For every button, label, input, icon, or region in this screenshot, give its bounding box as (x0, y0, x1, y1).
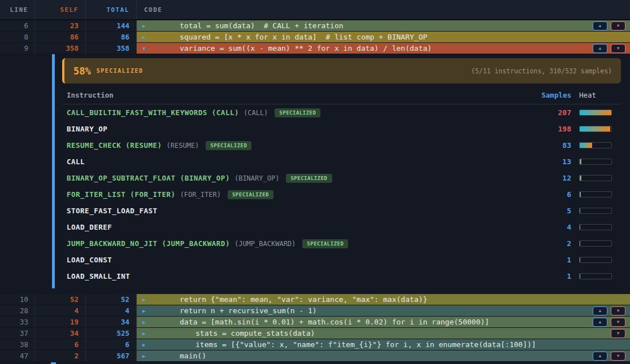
total-sample-count: 86 (86, 32, 137, 43)
code-line-row[interactable]: 9358358▼variance = sum((x - mean) ** 2 f… (0, 43, 630, 54)
code-cell[interactable]: ▶total = sum(data) # CALL + iteration▲▼ (137, 20, 630, 32)
instruction-row: BINARY_OP198 (62, 121, 621, 137)
heat-bar-fill (580, 225, 580, 230)
code-text: total = sum(data) # CALL + iteration (180, 21, 344, 30)
heat-cell (571, 126, 621, 132)
sample-count: 207 (526, 108, 571, 117)
code-line-row[interactable]: 623144▶total = sum(data) # CALL + iterat… (0, 20, 630, 32)
jump-down-button[interactable]: ▼ (611, 21, 625, 30)
row-nav-buttons: ▲▼ (593, 21, 625, 30)
code-text: variance = sum((x - mean) ** 2 for x in … (180, 44, 432, 52)
column-header-samples[interactable]: Samples (526, 91, 571, 99)
heat-bar (579, 159, 612, 165)
jump-up-button[interactable]: ▲ (593, 318, 607, 327)
expand-arrow-icon[interactable]: ▶ (142, 297, 150, 302)
up-arrow-icon: ▲ (598, 309, 602, 313)
instruction-name: RESUME_CHECK (RESUME) (67, 141, 162, 150)
code-cell[interactable]: ▶main()▲▼ (137, 350, 630, 362)
column-header-self[interactable]: SELF (35, 0, 86, 19)
heat-bar (579, 224, 612, 230)
instruction-name: LOAD_DEREF (67, 223, 112, 231)
jump-down-button[interactable]: ▼ (611, 352, 625, 361)
instruction-name-cell: LOAD_CONST (62, 256, 526, 264)
expand-arrow-icon[interactable]: ▶ (142, 23, 150, 29)
heat-cell (571, 109, 621, 116)
jump-down-button[interactable]: ▼ (611, 318, 625, 327)
code-cell[interactable]: ▶return {"mean": mean, "var": variance, … (137, 294, 630, 305)
jump-down-button[interactable]: ▼ (611, 44, 625, 53)
code-line-row[interactable]: 88686▶squared = [x * x for x in data] # … (0, 32, 630, 43)
code-line-row[interactable]: 3866▶items = [{"value": x, "name": f"ite… (0, 339, 630, 350)
column-header-total[interactable]: TOTAL (86, 0, 137, 19)
instruction-name: CALL (67, 157, 85, 166)
down-arrow-icon: ▼ (616, 331, 620, 336)
down-arrow-icon: ▼ (616, 24, 620, 28)
code-text: items = [{"value": x, "name": f"item_{i}… (195, 340, 536, 349)
jump-up-button[interactable]: ▲ (593, 44, 607, 53)
code-line-row[interactable]: 2844▶return n + recursive_sum(n - 1)▲▼ (0, 305, 630, 317)
panel-left-accent-line (52, 54, 55, 288)
expand-arrow-icon[interactable]: ▶ (142, 342, 150, 348)
code-cell[interactable]: ▶return n + recursive_sum(n - 1)▲▼ (137, 305, 630, 317)
jump-up-button[interactable]: ▲ (593, 306, 607, 315)
column-header-line[interactable]: LINE (0, 0, 35, 19)
code-text: data = [math.sin(i * 0.01) + math.cos(i … (180, 318, 489, 326)
sample-count: 6 (526, 190, 571, 199)
self-sample-count: 23 (35, 20, 86, 32)
heat-bar-fill (580, 208, 580, 213)
row-nav-buttons: ▼ (611, 329, 625, 338)
code-line-row[interactable]: 3734525▶stats = compute_stats(data)▼ (0, 328, 630, 339)
expand-arrow-icon[interactable]: ▶ (142, 308, 150, 314)
code-line-row[interactable]: 331934▶data = [math.sin(i * 0.01) + math… (0, 317, 630, 328)
instruction-name-cell: STORE_FAST_LOAD_FAST (62, 207, 526, 215)
code-cell[interactable]: ▶stats = compute_stats(data)▼ (137, 328, 630, 339)
sample-count: 83 (526, 141, 571, 150)
line-number: 8 (0, 32, 35, 43)
table-header: LINE SELF TOTAL CODE (0, 0, 630, 20)
code-cell[interactable]: ▶squared = [x * x for x in data] # list … (137, 32, 630, 43)
row-nav-buttons: ▲▼ (593, 44, 625, 53)
instruction-base-name: (FOR_ITER) (180, 191, 221, 199)
code-line-row[interactable]: 105252▶return {"mean": mean, "var": vari… (0, 294, 630, 305)
line-number: 9 (0, 43, 35, 54)
jump-up-button[interactable]: ▲ (593, 352, 607, 361)
total-sample-count: 525 (86, 328, 137, 339)
line-detail-panel: 58% SPECIALIZED (5/11 instructions, 310/… (0, 54, 630, 294)
total-sample-count: 144 (86, 20, 137, 32)
code-cell[interactable]: ▼variance = sum((x - mean) ** 2 for x in… (137, 43, 630, 54)
jump-down-button[interactable]: ▼ (611, 329, 625, 338)
instruction-name: STORE_FAST_LOAD_FAST (67, 207, 158, 215)
jump-up-button[interactable]: ▲ (593, 21, 607, 30)
expand-arrow-icon[interactable]: ▶ (142, 331, 150, 336)
heat-bar (579, 175, 612, 181)
expand-arrow-icon[interactable]: ▶ (142, 34, 150, 40)
jump-down-button[interactable]: ▼ (611, 306, 625, 315)
heat-cell (571, 257, 621, 263)
line-number: 10 (0, 294, 35, 305)
self-sample-count: 34 (35, 328, 86, 339)
code-line-row[interactable]: 472567▶main()▲▼ (0, 350, 630, 362)
instruction-row: LOAD_CONST1 (62, 252, 621, 268)
instruction-name-cell: BINARY_OP_SUBTRACT_FLOAT (BINARY_OP)(BIN… (62, 174, 526, 183)
line-number: 33 (0, 317, 35, 328)
sample-count: 13 (526, 157, 571, 166)
column-header-heat[interactable]: Heat (571, 91, 621, 99)
column-header-code[interactable]: CODE (137, 0, 630, 19)
expand-arrow-icon[interactable]: ▶ (142, 319, 150, 325)
specialized-badge: SPECIALIZED (286, 174, 332, 183)
self-sample-count: 358 (35, 43, 86, 54)
collapse-arrow-icon[interactable]: ▼ (142, 46, 150, 51)
instruction-base-name: (CALL) (244, 109, 268, 117)
column-header-instruction[interactable]: Instruction (62, 91, 526, 99)
self-sample-count: 86 (35, 32, 86, 43)
expand-arrow-icon[interactable]: ▶ (142, 353, 150, 359)
code-cell[interactable]: ▶items = [{"value": x, "name": f"item_{i… (137, 339, 630, 350)
heat-bar-fill (580, 274, 580, 279)
up-arrow-icon: ▲ (598, 46, 602, 51)
heat-cell (571, 240, 621, 247)
code-text: squared = [x * x for x in data] # list c… (180, 33, 427, 41)
code-cell[interactable]: ▶data = [math.sin(i * 0.01) + math.cos(i… (137, 317, 630, 328)
instruction-name-cell: JUMP_BACKWARD_NO_JIT (JUMP_BACKWARD)(JUM… (62, 239, 526, 248)
instruction-name-cell: BINARY_OP (62, 125, 526, 133)
heat-bar-fill (580, 110, 611, 115)
